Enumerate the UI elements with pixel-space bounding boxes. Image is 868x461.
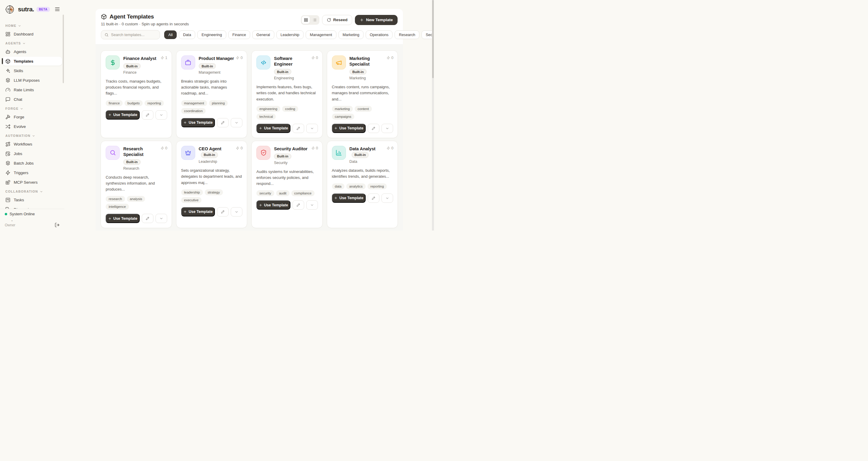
sidebar-section-agents[interactable]: AGENTS xyxy=(2,41,62,45)
filter-management[interactable]: Management xyxy=(306,30,336,39)
tag-list: leadershipstrategyexecutive xyxy=(181,189,243,203)
more-options-button[interactable] xyxy=(231,207,242,217)
app-name: sutra. xyxy=(18,6,34,13)
use-template-button[interactable]: Use Template xyxy=(332,124,366,133)
page-scrollbar[interactable] xyxy=(432,0,434,230)
list-view-button[interactable] xyxy=(310,16,318,24)
usage-count: 0 xyxy=(311,56,318,60)
sidebar-item-rate-limits[interactable]: Rate Limits xyxy=(2,85,62,94)
message-icon xyxy=(5,97,10,102)
filter-marketing[interactable]: Marketing xyxy=(339,30,364,39)
more-options-button[interactable] xyxy=(231,118,242,127)
sidebar-item-batch-jobs[interactable]: Batch Jobs xyxy=(2,159,62,168)
edit-template-button[interactable] xyxy=(368,194,379,203)
chevron-down-icon xyxy=(310,203,314,207)
filter-all[interactable]: All xyxy=(164,30,177,39)
sidebar-section-forge[interactable]: FORGE xyxy=(2,107,62,110)
template-category: Research xyxy=(123,166,167,171)
tag: campaigns xyxy=(332,113,354,120)
sidebar-item-evolve[interactable]: Evolve xyxy=(2,122,62,131)
sidebar-item-agents[interactable]: Agents xyxy=(2,47,62,56)
more-options-button[interactable] xyxy=(306,124,318,133)
filter-general[interactable]: General xyxy=(252,30,274,39)
user-name: - xyxy=(5,219,15,223)
edit-template-button[interactable] xyxy=(292,124,304,133)
sidebar-section-automation[interactable]: AUTOMATION xyxy=(2,134,62,137)
sidebar-scrollbar[interactable] xyxy=(63,14,64,83)
filter-engineering[interactable]: Engineering xyxy=(197,30,226,39)
filter-data[interactable]: Data xyxy=(179,30,195,39)
more-options-button[interactable] xyxy=(381,194,393,203)
use-template-button[interactable]: Use Template xyxy=(256,200,290,210)
more-options-button[interactable] xyxy=(156,214,167,223)
sidebar-item-chat[interactable]: Chat xyxy=(2,95,62,104)
built-in-badge: Built-in xyxy=(349,69,367,74)
sidebar-item-mcp-servers[interactable]: MCP Servers xyxy=(2,178,62,187)
edit-template-button[interactable] xyxy=(217,207,229,217)
grid-view-button[interactable] xyxy=(302,16,310,24)
template-description: Audits systems for vulnerabilities, enfo… xyxy=(256,169,318,187)
sidebar-item-skills[interactable]: Skills xyxy=(2,66,62,75)
more-options-button[interactable] xyxy=(306,200,318,210)
use-template-button[interactable]: Use Template xyxy=(181,207,215,217)
filter-research[interactable]: Research xyxy=(395,30,420,39)
tag: engineering xyxy=(256,106,280,112)
hamburger-menu-icon[interactable] xyxy=(54,6,60,12)
edit-template-button[interactable] xyxy=(142,214,153,223)
sidebar-section-home[interactable]: HOME xyxy=(2,24,62,27)
logout-icon[interactable] xyxy=(55,223,60,228)
zap-icon xyxy=(311,56,315,60)
use-template-button[interactable]: Use Template xyxy=(181,118,215,127)
dollar-icon xyxy=(106,56,120,69)
plus-icon xyxy=(334,126,338,130)
use-template-button[interactable]: Use Template xyxy=(106,110,140,120)
built-in-badge: Built-in xyxy=(123,63,141,69)
sidebar-item-workflows[interactable]: Workflows xyxy=(2,139,62,149)
filter-leadership[interactable]: Leadership xyxy=(276,30,304,39)
use-template-button[interactable]: Use Template xyxy=(106,214,140,223)
tag-list: dataanalyticsreporting xyxy=(332,184,394,189)
more-options-button[interactable] xyxy=(156,110,167,120)
sutra-logo-icon xyxy=(4,4,16,15)
template-description: Tracks costs, manages budgets, produces … xyxy=(106,78,167,96)
sidebar-item-tasks[interactable]: Tasks xyxy=(2,195,62,204)
edit-template-button[interactable] xyxy=(217,118,229,127)
sidebar-item-triggers[interactable]: Triggers xyxy=(2,168,62,177)
system-status: System Online xyxy=(9,212,35,216)
plus-icon xyxy=(108,113,112,117)
use-template-button[interactable]: Use Template xyxy=(256,124,290,133)
search-box xyxy=(101,30,160,39)
reseed-button[interactable]: Reseed xyxy=(322,15,352,25)
pencil-icon xyxy=(372,196,375,200)
filter-finance[interactable]: Finance xyxy=(228,30,250,39)
tag: compliance xyxy=(291,190,315,196)
zap-icon xyxy=(5,170,10,175)
sidebar-section-collaboration[interactable]: COLLABORATION xyxy=(2,190,62,193)
plus-icon xyxy=(183,210,187,213)
chevron-down-icon xyxy=(310,126,314,130)
new-template-button[interactable]: New Template xyxy=(355,15,398,25)
sidebar-item-jobs[interactable]: Jobs xyxy=(2,149,62,158)
sidebar-item-llm-purposes[interactable]: LLM Purposes xyxy=(2,76,62,85)
tag: management xyxy=(181,100,207,106)
filter-operations[interactable]: Operations xyxy=(366,30,393,39)
sidebar-item-forge[interactable]: Forge xyxy=(2,112,62,121)
sidebar-item-discussions[interactable]: Discussions xyxy=(2,205,62,209)
search-input[interactable] xyxy=(111,33,156,37)
sidebar-footer: System Online - Owner xyxy=(0,209,64,230)
sidebar-item-label: Evolve xyxy=(14,124,26,129)
edit-template-button[interactable] xyxy=(368,124,379,133)
edit-template-button[interactable] xyxy=(142,110,153,120)
edit-template-button[interactable] xyxy=(292,200,304,210)
megaphone-icon xyxy=(332,56,346,69)
template-description: Conducts deep research, synthesizes info… xyxy=(106,174,167,192)
bot-icon xyxy=(5,49,10,54)
tag: security xyxy=(256,190,274,196)
zap-icon xyxy=(386,56,390,60)
page-scrollbar-thumb[interactable] xyxy=(432,0,434,78)
tag: planning xyxy=(209,100,228,106)
sidebar-item-templates[interactable]: Templates xyxy=(2,57,62,66)
use-template-button[interactable]: Use Template xyxy=(332,194,366,203)
sidebar-item-dashboard[interactable]: Dashboard xyxy=(2,30,62,38)
more-options-button[interactable] xyxy=(381,124,393,133)
